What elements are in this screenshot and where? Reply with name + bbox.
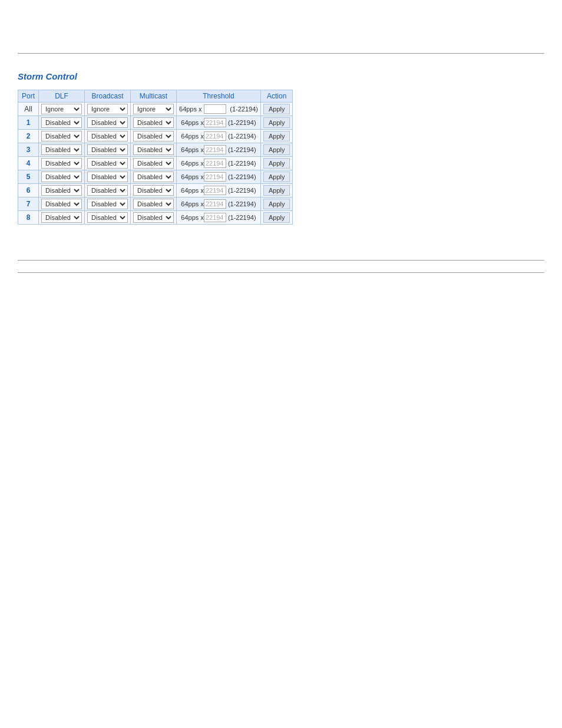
threshold-prefix-all: 64pps x	[179, 106, 202, 113]
action-cell-all[interactable]: Apply	[260, 103, 293, 116]
apply-button-8[interactable]: Apply	[263, 212, 290, 223]
dlf-select-8[interactable]: DisabledEnabledIgnore	[41, 212, 82, 223]
threshold-prefix-6: 64pps x	[181, 187, 204, 194]
multicast-cell-1[interactable]: DisabledEnabledIgnore	[131, 116, 177, 130]
dlf-cell-8[interactable]: DisabledEnabledIgnore	[39, 211, 85, 225]
broadcast-select-5[interactable]: DisabledEnabledIgnore	[87, 172, 128, 182]
action-cell-7[interactable]: Apply	[260, 197, 293, 211]
broadcast-cell-all[interactable]: Ignore Disabled Enabled	[85, 103, 131, 116]
broadcast-cell-4[interactable]: DisabledEnabledIgnore	[85, 157, 131, 170]
threshold-input-4[interactable]	[204, 159, 226, 168]
col-header-multicast: Multicast	[131, 90, 177, 103]
threshold-cell-7: 64pps x (1-22194)	[177, 197, 261, 211]
action-cell-8[interactable]: Apply	[260, 211, 293, 225]
broadcast-select-all[interactable]: Ignore Disabled Enabled	[87, 104, 128, 114]
threshold-input-1[interactable]	[204, 118, 226, 127]
broadcast-select-7[interactable]: DisabledEnabledIgnore	[87, 199, 128, 209]
dlf-cell-2[interactable]: DisabledEnabledIgnore	[39, 130, 85, 143]
threshold-input-8[interactable]	[204, 213, 226, 222]
table-row: 1DisabledEnabledIgnoreDisabledEnabledIgn…	[18, 116, 293, 130]
threshold-range-all: (1-22194)	[230, 106, 258, 113]
threshold-prefix-3: 64pps x	[181, 146, 204, 153]
dlf-cell-3[interactable]: DisabledEnabledIgnore	[39, 143, 85, 157]
apply-button-2[interactable]: Apply	[263, 131, 290, 141]
dlf-cell-7[interactable]: DisabledEnabledIgnore	[39, 197, 85, 211]
broadcast-select-1[interactable]: DisabledEnabledIgnore	[87, 117, 128, 128]
broadcast-select-4[interactable]: DisabledEnabledIgnore	[87, 158, 128, 169]
multicast-select-2[interactable]: DisabledEnabledIgnore	[133, 131, 174, 141]
multicast-cell-8[interactable]: DisabledEnabledIgnore	[131, 211, 177, 225]
dlf-select-6[interactable]: DisabledEnabledIgnore	[41, 185, 82, 196]
action-cell-6[interactable]: Apply	[260, 184, 293, 197]
dlf-select-3[interactable]: DisabledEnabledIgnore	[41, 144, 82, 155]
page-wrapper: Storm Control Port DLF Broadcast Multica…	[0, 53, 562, 728]
threshold-input-all[interactable]	[204, 104, 226, 114]
broadcast-cell-1[interactable]: DisabledEnabledIgnore	[85, 116, 131, 130]
dlf-cell-1[interactable]: DisabledEnabledIgnore	[39, 116, 85, 130]
multicast-select-8[interactable]: DisabledEnabledIgnore	[133, 212, 174, 223]
multicast-select-5[interactable]: DisabledEnabledIgnore	[133, 172, 174, 182]
apply-button-6[interactable]: Apply	[263, 185, 290, 196]
dlf-cell-all[interactable]: Ignore Disabled Enabled	[39, 103, 85, 116]
threshold-prefix-4: 64pps x	[181, 160, 204, 167]
dlf-cell-6[interactable]: DisabledEnabledIgnore	[39, 184, 85, 197]
dlf-select-5[interactable]: DisabledEnabledIgnore	[41, 172, 82, 182]
action-cell-1[interactable]: Apply	[260, 116, 293, 130]
dlf-select-2[interactable]: DisabledEnabledIgnore	[41, 131, 82, 141]
broadcast-select-3[interactable]: DisabledEnabledIgnore	[87, 144, 128, 155]
broadcast-cell-8[interactable]: DisabledEnabledIgnore	[85, 211, 131, 225]
broadcast-cell-3[interactable]: DisabledEnabledIgnore	[85, 143, 131, 157]
multicast-select-7[interactable]: DisabledEnabledIgnore	[133, 199, 174, 209]
threshold-cell-5: 64pps x (1-22194)	[177, 170, 261, 184]
multicast-cell-3[interactable]: DisabledEnabledIgnore	[131, 143, 177, 157]
multicast-select-4[interactable]: DisabledEnabledIgnore	[133, 158, 174, 169]
threshold-input-3[interactable]	[204, 145, 226, 154]
table-row: 8DisabledEnabledIgnoreDisabledEnabledIgn…	[18, 211, 293, 225]
threshold-input-5[interactable]	[204, 172, 226, 182]
table-row: 3DisabledEnabledIgnoreDisabledEnabledIgn…	[18, 143, 293, 157]
broadcast-cell-7[interactable]: DisabledEnabledIgnore	[85, 197, 131, 211]
multicast-select-all[interactable]: Ignore Disabled Enabled	[133, 104, 174, 114]
multicast-select-6[interactable]: DisabledEnabledIgnore	[133, 185, 174, 196]
dlf-select-all[interactable]: Ignore Disabled Enabled	[41, 104, 82, 114]
broadcast-select-8[interactable]: DisabledEnabledIgnore	[87, 212, 128, 223]
action-cell-2[interactable]: Apply	[260, 130, 293, 143]
threshold-cell-8: 64pps x (1-22194)	[177, 211, 261, 225]
dlf-cell-4[interactable]: DisabledEnabledIgnore	[39, 157, 85, 170]
threshold-prefix-8: 64pps x	[181, 214, 204, 221]
multicast-cell-7[interactable]: DisabledEnabledIgnore	[131, 197, 177, 211]
apply-button-5[interactable]: Apply	[263, 172, 290, 182]
broadcast-cell-5[interactable]: DisabledEnabledIgnore	[85, 170, 131, 184]
threshold-prefix-7: 64pps x	[181, 200, 204, 207]
multicast-cell-5[interactable]: DisabledEnabledIgnore	[131, 170, 177, 184]
action-cell-5[interactable]: Apply	[260, 170, 293, 184]
apply-button-7[interactable]: Apply	[263, 199, 290, 209]
multicast-select-3[interactable]: DisabledEnabledIgnore	[133, 144, 174, 155]
dlf-select-4[interactable]: DisabledEnabledIgnore	[41, 158, 82, 169]
apply-button-3[interactable]: Apply	[263, 144, 290, 155]
broadcast-cell-2[interactable]: DisabledEnabledIgnore	[85, 130, 131, 143]
broadcast-cell-6[interactable]: DisabledEnabledIgnore	[85, 184, 131, 197]
dlf-select-1[interactable]: DisabledEnabledIgnore	[41, 117, 82, 128]
broadcast-select-6[interactable]: DisabledEnabledIgnore	[87, 185, 128, 196]
threshold-cell-2: 64pps x (1-22194)	[177, 130, 261, 143]
multicast-cell-2[interactable]: DisabledEnabledIgnore	[131, 130, 177, 143]
multicast-cell-6[interactable]: DisabledEnabledIgnore	[131, 184, 177, 197]
threshold-range-5: (1-22194)	[228, 173, 256, 180]
dlf-select-7[interactable]: DisabledEnabledIgnore	[41, 199, 82, 209]
threshold-input-2[interactable]	[204, 131, 226, 141]
threshold-input-6[interactable]	[204, 186, 226, 195]
multicast-cell-4[interactable]: DisabledEnabledIgnore	[131, 157, 177, 170]
multicast-cell-all[interactable]: Ignore Disabled Enabled	[131, 103, 177, 116]
apply-button-all[interactable]: Apply	[263, 104, 290, 114]
threshold-input-7[interactable]	[204, 199, 226, 209]
apply-button-1[interactable]: Apply	[263, 117, 290, 128]
multicast-select-1[interactable]: DisabledEnabledIgnore	[133, 117, 174, 128]
dlf-cell-5[interactable]: DisabledEnabledIgnore	[39, 170, 85, 184]
apply-button-4[interactable]: Apply	[263, 158, 290, 169]
threshold-range-4: (1-22194)	[228, 160, 256, 167]
broadcast-select-2[interactable]: DisabledEnabledIgnore	[87, 131, 128, 141]
action-cell-4[interactable]: Apply	[260, 157, 293, 170]
col-header-action: Action	[260, 90, 293, 103]
action-cell-3[interactable]: Apply	[260, 143, 293, 157]
